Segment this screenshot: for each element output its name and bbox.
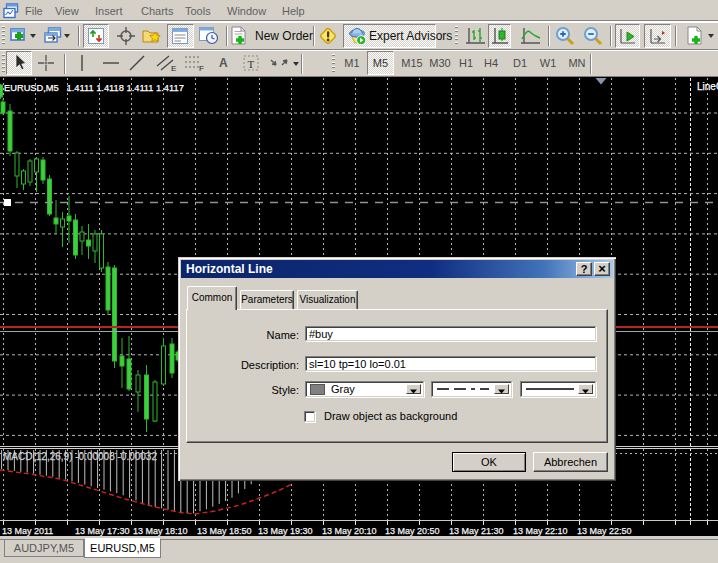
- svg-text:F: F: [199, 64, 204, 72]
- svg-text:13 May 20:10: 13 May 20:10: [322, 526, 377, 536]
- svg-text:LineCo: LineCo: [697, 81, 718, 92]
- svg-text:13 May 22:10: 13 May 22:10: [513, 526, 568, 536]
- svg-text:13 May 20:50: 13 May 20:50: [385, 526, 440, 536]
- svg-text:13 May 2011: 13 May 2011: [2, 526, 53, 536]
- svg-text:13 May 21:30: 13 May 21:30: [449, 526, 504, 536]
- svg-text:13 May 22:50: 13 May 22:50: [577, 526, 632, 536]
- svg-text:MACD(12,26,9) -0.00008 -0.0003: MACD(12,26,9) -0.00008 -0.00032: [3, 451, 157, 462]
- svg-text:13 May 18:10: 13 May 18:10: [133, 526, 188, 536]
- svg-text:13 May 18:50: 13 May 18:50: [197, 526, 252, 536]
- svg-text:E: E: [171, 64, 176, 72]
- svg-text:T: T: [248, 58, 255, 70]
- svg-text:13 May 19:30: 13 May 19:30: [258, 526, 313, 536]
- svg-text:13 May 17:30: 13 May 17:30: [75, 526, 130, 536]
- svg-text:EURUSD,M5 1.4111 1.4118 1.41: EURUSD,M5 1.4111 1.4118 1.4111 1.4117: [4, 83, 184, 93]
